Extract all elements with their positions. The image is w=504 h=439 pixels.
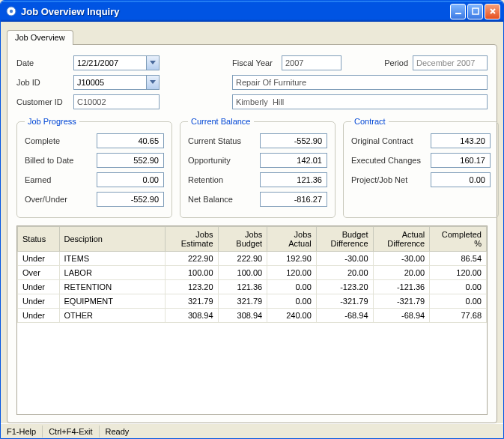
jobid-label: Job ID bbox=[16, 78, 69, 87]
col-status[interactable]: Status bbox=[18, 227, 60, 252]
project-net-field bbox=[431, 172, 491, 187]
main-panel: Date 12/21/2007 Job ID J10005 bbox=[7, 44, 497, 423]
jobid-combo[interactable]: J10005 bbox=[73, 75, 160, 90]
orig-contract-label: Original Contract bbox=[351, 136, 426, 145]
customer-id-field[interactable] bbox=[73, 94, 160, 109]
retention-field bbox=[260, 172, 327, 187]
billed-label: Billed to Date bbox=[25, 156, 92, 165]
col-comp[interactable]: Completed % bbox=[430, 227, 487, 252]
project-net-label: Project/Job Net bbox=[351, 175, 426, 184]
cell-adiff: -68.94 bbox=[373, 309, 430, 323]
opportunity-field bbox=[260, 153, 327, 168]
overunder-field bbox=[97, 192, 164, 207]
complete-field bbox=[97, 133, 164, 148]
status-label: Current Status bbox=[188, 136, 255, 145]
chevron-down-icon[interactable] bbox=[146, 76, 159, 89]
cell-actual: 240.00 bbox=[267, 309, 317, 323]
contract-group: Contract Original Contract Executed Chan… bbox=[343, 117, 499, 218]
status-bar: F1-Help Ctrl+F4-Exit Ready bbox=[1, 423, 503, 438]
custid-label: Customer ID bbox=[16, 97, 69, 106]
table-row[interactable]: UnderRETENTION123.20121.360.00-123.20-12… bbox=[18, 280, 487, 294]
application-window: Job Overview Inquiry Job Overview Date 1… bbox=[0, 0, 504, 439]
job-progress-group: Job Progress Complete Billed to Date Ear… bbox=[16, 117, 172, 218]
cell-desc: LABOR bbox=[59, 266, 165, 280]
cell-bdiff: -30.00 bbox=[316, 252, 373, 266]
contract-legend: Contract bbox=[351, 117, 389, 126]
cell-status: Under bbox=[18, 309, 60, 323]
maximize-button[interactable] bbox=[467, 4, 483, 19]
job-table[interactable]: Status Desciption Jobs Estimate Jobs Bud… bbox=[16, 225, 488, 415]
status-exit: Ctrl+F4-Exit bbox=[43, 426, 99, 438]
overunder-label: Over/Under bbox=[25, 195, 92, 204]
job-progress-legend: Job Progress bbox=[25, 117, 79, 126]
cell-status: Under bbox=[18, 252, 60, 266]
cell-desc: OTHER bbox=[59, 309, 165, 323]
cell-budget: 308.94 bbox=[218, 309, 267, 323]
balance-legend: Current Balance bbox=[188, 117, 254, 126]
minimize-button[interactable] bbox=[450, 4, 466, 19]
period-field bbox=[413, 55, 488, 70]
cell-comp: 86.54 bbox=[430, 252, 487, 266]
table-row[interactable]: UnderITEMS222.90222.90192.90-30.00-30.00… bbox=[18, 252, 487, 266]
cell-budget: 100.00 bbox=[218, 266, 267, 280]
cell-comp: 120.00 bbox=[430, 266, 487, 280]
status-help: F1-Help bbox=[1, 426, 43, 438]
col-budget[interactable]: Jobs Budget bbox=[218, 227, 267, 252]
jobid-value: J10005 bbox=[77, 78, 146, 87]
titlebar[interactable]: Job Overview Inquiry bbox=[1, 1, 503, 22]
cell-bdiff: -68.94 bbox=[316, 309, 373, 323]
cell-status: Over bbox=[18, 266, 60, 280]
date-label: Date bbox=[16, 58, 69, 67]
col-adiff[interactable]: Actual Difference bbox=[373, 227, 430, 252]
opportunity-label: Opportunity bbox=[188, 156, 255, 165]
col-bdiff[interactable]: Budget Difference bbox=[316, 227, 373, 252]
billed-field bbox=[97, 153, 164, 168]
fiscal-year-field[interactable] bbox=[282, 55, 341, 70]
cell-adiff: -121.36 bbox=[373, 280, 430, 294]
cell-actual: 0.00 bbox=[267, 294, 317, 309]
table-blank-area bbox=[17, 323, 487, 383]
svg-rect-3 bbox=[473, 8, 479, 14]
orig-contract-field bbox=[431, 133, 491, 148]
cell-estimate: 308.94 bbox=[165, 309, 218, 323]
cell-bdiff: -321.79 bbox=[316, 294, 373, 309]
customer-name-field bbox=[232, 94, 488, 109]
cell-status: Under bbox=[18, 294, 60, 309]
cell-estimate: 100.00 bbox=[165, 266, 218, 280]
date-combo[interactable]: 12/21/2007 bbox=[73, 55, 160, 70]
tab-strip: Job Overview bbox=[7, 28, 497, 44]
status-ready: Ready bbox=[100, 426, 136, 438]
cell-comp: 0.00 bbox=[430, 280, 487, 294]
complete-label: Complete bbox=[25, 136, 92, 145]
fiscal-label: Fiscal Year bbox=[232, 58, 277, 67]
cell-adiff: 20.00 bbox=[373, 266, 430, 280]
table-row[interactable]: OverLABOR100.00100.00120.0020.0020.00120… bbox=[18, 266, 487, 280]
col-desc[interactable]: Desciption bbox=[59, 227, 165, 252]
status-field bbox=[260, 133, 327, 148]
tab-job-overview[interactable]: Job Overview bbox=[7, 30, 73, 45]
period-label: Period bbox=[378, 58, 408, 67]
col-estimate[interactable]: Jobs Estimate bbox=[165, 227, 218, 252]
cell-status: Under bbox=[18, 280, 60, 294]
chevron-down-icon[interactable] bbox=[146, 56, 159, 70]
close-button[interactable] bbox=[485, 4, 500, 19]
cell-bdiff: -123.20 bbox=[316, 280, 373, 294]
retention-label: Retention bbox=[188, 175, 255, 184]
table-row[interactable]: UnderOTHER308.94308.94240.00-68.94-68.94… bbox=[18, 309, 487, 323]
exec-changes-label: Executed Changes bbox=[351, 156, 426, 165]
netbalance-label: Net Balance bbox=[188, 195, 255, 204]
col-actual[interactable]: Jobs Actual bbox=[267, 227, 317, 252]
cell-estimate: 222.90 bbox=[165, 252, 218, 266]
job-description-field bbox=[232, 75, 488, 90]
current-balance-group: Current Balance Current Status Opportuni… bbox=[180, 117, 336, 218]
cell-budget: 222.90 bbox=[218, 252, 267, 266]
cell-actual: 0.00 bbox=[267, 280, 317, 294]
date-value: 12/21/2007 bbox=[77, 58, 146, 67]
window-title: Job Overview Inquiry bbox=[21, 6, 450, 17]
cell-desc: RETENTION bbox=[59, 280, 165, 294]
cell-adiff: -321.79 bbox=[373, 294, 430, 309]
table-row[interactable]: UnderEQUIPMENT321.79321.790.00-321.79-32… bbox=[18, 294, 487, 309]
svg-rect-2 bbox=[455, 13, 461, 14]
cell-adiff: -30.00 bbox=[373, 252, 430, 266]
cell-actual: 192.90 bbox=[267, 252, 317, 266]
